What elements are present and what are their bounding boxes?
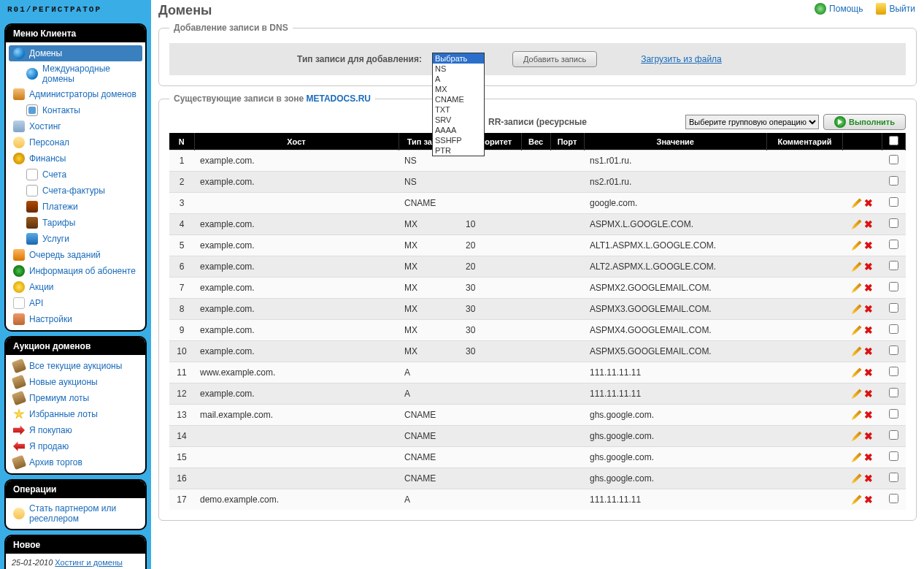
client-item-13[interactable]: Информация об абоненте [9, 263, 142, 279]
news-panel: Новое 25-01-2010 Хостинг и домены теперь… [4, 535, 147, 569]
upload-from-file-link[interactable]: Загрузить из файла [641, 54, 722, 64]
table-row: 3CNAMEgoogle.com.✖ [169, 193, 906, 214]
row-checkbox[interactable] [889, 176, 898, 186]
auction-item-6[interactable]: Архив торгов [9, 454, 142, 470]
type-option-mx[interactable]: MX [433, 84, 484, 94]
delete-icon[interactable]: ✖ [863, 367, 874, 378]
add-record-button[interactable]: Добавить запись [512, 51, 597, 67]
type-option-txt[interactable]: TXT [433, 104, 484, 115]
record-type-select[interactable]: Выбрать ↖ ВыбратьNSAMXCNAMETXTSRVAAAASSH… [432, 53, 478, 66]
edit-icon[interactable] [852, 473, 862, 484]
ops-item-0[interactable]: Стать партнером или реселлером [9, 501, 142, 526]
client-item-4[interactable]: Хостинг [9, 118, 142, 134]
client-item-15[interactable]: API [9, 295, 142, 311]
row-checkbox[interactable] [889, 494, 898, 503]
row-checkbox[interactable] [889, 473, 898, 482]
cell-type: MX [399, 299, 460, 320]
type-option-srv[interactable]: SRV [433, 115, 484, 125]
client-item-10[interactable]: Тарифы [9, 215, 142, 231]
type-option-aaaa[interactable]: AAAA [433, 125, 484, 135]
row-checkbox[interactable] [889, 345, 898, 355]
auction-label: Я покупаю [29, 425, 72, 435]
auction-item-3[interactable]: Избранные лоты [9, 406, 142, 422]
delete-icon[interactable]: ✖ [863, 219, 874, 229]
edit-icon[interactable] [852, 346, 862, 356]
auction-item-1[interactable]: Новые аукционы [9, 374, 142, 390]
row-checkbox[interactable] [889, 282, 898, 291]
type-option-a[interactable]: A [433, 74, 484, 84]
edit-icon[interactable] [852, 261, 862, 272]
auction-item-0[interactable]: Все текущие аукционы [9, 358, 142, 374]
group-operation-select[interactable]: Выберите групповую операцию [685, 115, 819, 129]
client-item-0[interactable]: Домены [9, 45, 142, 61]
client-item-11[interactable]: Услуги [9, 231, 142, 247]
edit-icon[interactable] [852, 325, 862, 335]
client-item-3[interactable]: Контакты [9, 102, 142, 118]
auction-item-5[interactable]: Я продаю [9, 438, 142, 454]
row-checkbox[interactable] [889, 409, 898, 419]
client-item-14[interactable]: Акции [9, 279, 142, 295]
hammer-icon [12, 375, 27, 390]
edit-icon[interactable] [852, 367, 862, 378]
client-item-2[interactable]: Администраторы доменов [9, 86, 142, 102]
delete-icon[interactable]: ✖ [863, 410, 874, 420]
cell-port [550, 172, 584, 193]
delete-icon[interactable]: ✖ [863, 283, 874, 293]
edit-icon[interactable] [852, 452, 862, 462]
delete-icon[interactable]: ✖ [863, 473, 874, 484]
delete-icon[interactable]: ✖ [863, 431, 874, 441]
row-checkbox[interactable] [889, 240, 898, 249]
delete-icon[interactable]: ✖ [863, 304, 874, 314]
client-item-12[interactable]: Очередь заданий [9, 247, 142, 263]
edit-icon[interactable] [852, 283, 862, 293]
auction-item-2[interactable]: Премиум лоты [9, 390, 142, 406]
table-row: 12example.com.A111.11.11.11✖ [169, 383, 906, 405]
edit-icon[interactable] [852, 304, 862, 314]
edit-icon[interactable] [852, 431, 862, 441]
edit-icon[interactable] [852, 389, 862, 399]
checkall-checkbox[interactable] [889, 136, 898, 145]
type-option-выбрать[interactable]: Выбрать [433, 53, 484, 64]
client-item-9[interactable]: Платежи [9, 199, 142, 215]
delete-icon[interactable]: ✖ [863, 452, 874, 462]
row-checkbox[interactable] [889, 430, 898, 440]
row-checkbox[interactable] [889, 324, 898, 334]
delete-icon[interactable]: ✖ [863, 261, 874, 272]
cell-host: example.com. [194, 320, 399, 341]
row-checkbox[interactable] [889, 367, 898, 376]
edit-icon[interactable] [852, 410, 862, 420]
client-item-16[interactable]: Настройки [9, 311, 142, 327]
type-option-ns[interactable]: NS [433, 64, 484, 74]
client-item-7[interactable]: Счета [9, 167, 142, 183]
delete-icon[interactable]: ✖ [863, 240, 874, 251]
run-button[interactable]: Выполнить [823, 114, 906, 130]
col-n: N [169, 133, 194, 150]
delete-icon[interactable]: ✖ [863, 346, 874, 356]
row-checkbox[interactable] [889, 197, 898, 207]
edit-icon[interactable] [852, 198, 862, 208]
row-checkbox[interactable] [889, 303, 898, 313]
type-option-ptr[interactable]: PTR [433, 145, 484, 156]
delete-icon[interactable]: ✖ [863, 389, 874, 399]
row-checkbox[interactable] [889, 451, 898, 461]
row-checkbox[interactable] [889, 261, 898, 270]
edit-icon[interactable] [852, 494, 862, 505]
help-link[interactable]: Помощь [815, 3, 863, 15]
client-item-6[interactable]: Финансы [9, 150, 142, 167]
edit-icon[interactable] [852, 219, 862, 229]
exit-link[interactable]: Выйти [876, 3, 915, 15]
client-item-1[interactable]: Международные домены [9, 61, 142, 86]
delete-icon[interactable]: ✖ [863, 325, 874, 335]
client-item-5[interactable]: Персонал [9, 134, 142, 150]
client-item-8[interactable]: Счета-фактуры [9, 183, 142, 199]
delete-icon[interactable]: ✖ [863, 494, 874, 505]
ops-header: Операции [6, 481, 145, 498]
type-option-sshfp[interactable]: SSHFP [433, 135, 484, 145]
edit-icon[interactable] [852, 240, 862, 251]
type-option-cname[interactable]: CNAME [433, 94, 484, 104]
row-checkbox[interactable] [889, 218, 898, 228]
row-checkbox[interactable] [889, 388, 898, 397]
row-checkbox[interactable] [889, 155, 898, 164]
delete-icon[interactable]: ✖ [863, 198, 874, 208]
auction-item-4[interactable]: Я покупаю [9, 422, 142, 438]
